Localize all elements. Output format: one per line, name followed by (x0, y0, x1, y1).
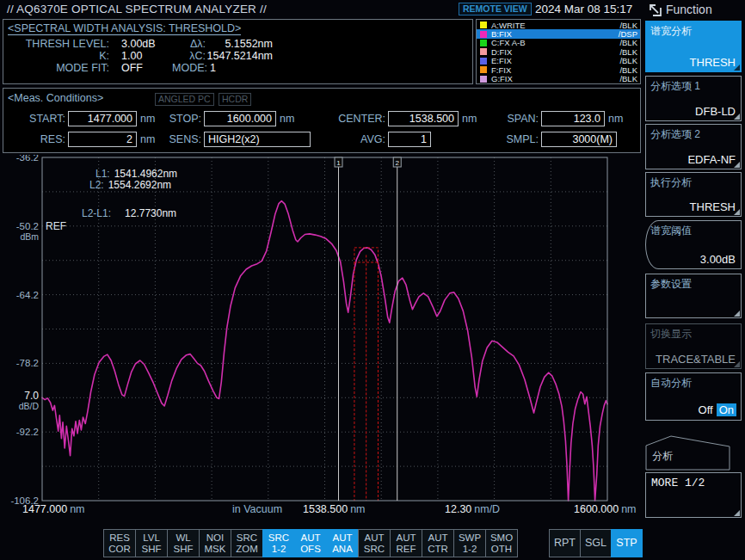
delta-lambda-value: 5.1552nm (206, 38, 273, 50)
remote-view-badge: REMOTE VIEW (459, 3, 532, 15)
y-tick-label: -36.2 (16, 155, 39, 163)
sweep-toolbar: RPT SGL STP (549, 529, 643, 557)
marker-flag-label-1: 1 (336, 159, 341, 167)
aut-ofs-button[interactable]: AUTOFS (294, 529, 327, 557)
trace-d-name: D:FIX (491, 47, 619, 57)
delta-value: 12.7730nm (125, 207, 176, 219)
trace-a-name: A:WRITE (491, 21, 619, 30)
aut-ana-button[interactable]: AUTANA (326, 529, 359, 557)
analysis-row: THRESH LEVEL: 3.00dB Δλ: 5.1552nm (8, 38, 472, 50)
ref-label: REF (46, 220, 66, 232)
stop-input[interactable]: 1600.000 (204, 111, 276, 126)
angled-pc-badge: ANGLED PC (155, 93, 214, 106)
l1-label: L1: (95, 168, 110, 180)
function-header: Function (647, 2, 712, 17)
smpl-label: SMPL: (468, 133, 539, 145)
trace-g-status: /BLK (619, 74, 637, 83)
hcdr-badge: HCDR (219, 93, 251, 106)
meas-conditions-title: <Meas. Conditions> (8, 92, 103, 104)
trace-row-d[interactable]: D:FIX /BLK (477, 47, 640, 56)
start-label: START: (7, 113, 65, 125)
trace-row-e[interactable]: E:FIX /BLK (477, 57, 640, 65)
trace-e-color-swatch (480, 58, 487, 65)
smpl-field: SMPL: 3000(M) (468, 132, 617, 147)
trace-b-status: /DSP (619, 29, 637, 39)
analysis-row: K: 1.00 λC: 1547.5214nm (8, 50, 472, 62)
trace-g-name: G:FIX (491, 74, 619, 83)
center-input[interactable]: 1538.500 (388, 111, 459, 126)
lvl-shf-button[interactable]: LVLSHF (135, 529, 168, 557)
softkey-analysis-option-2[interactable]: 分析选项 2 EDFA-NF (645, 124, 742, 169)
aut-src-button[interactable]: AUTSRC (358, 529, 391, 557)
x-axis-left-tick: 1477.000nm (22, 503, 85, 515)
marker-l2-annotation: L2:1554.2692nm (89, 179, 171, 191)
smpl-input[interactable]: 3000(M) (541, 132, 617, 147)
marker-delta-annotation: L2-L1:12.7730nm (82, 207, 176, 219)
sens-input[interactable]: HIGH2(x2) (204, 132, 311, 147)
trace-table: A:WRITE /BLK B:FIX /DSP C:FX A-B /BLK D:… (476, 19, 641, 84)
span-label: SPAN: (468, 113, 539, 125)
res-cor-button[interactable]: RESCOR (103, 529, 136, 557)
auto-analysis-on[interactable]: On (717, 403, 736, 416)
trace-d-status: /BLK (619, 47, 637, 57)
auto-analysis-toggle[interactable]: OffOn (699, 403, 736, 416)
softkey-execute-analysis[interactable]: 执行分析 THRESH (645, 172, 742, 217)
stop-sweep-button[interactable]: STP (611, 529, 643, 557)
noi-msk-button[interactable]: NOIMSK (199, 529, 231, 557)
meas-conditions-panel: <Meas. Conditions> ANGLED PC HCDR START:… (3, 88, 641, 153)
single-sweep-button[interactable]: SGL (580, 529, 612, 557)
trace-e-status: /BLK (619, 56, 637, 65)
trace-b-color-swatch (480, 31, 487, 38)
k-label: K: (8, 50, 109, 62)
avg-label: AVG: (313, 133, 385, 145)
softkey-spectral-width-analysis[interactable]: 谱宽分析 THRESH (645, 21, 742, 72)
softkey-parameter-setting[interactable]: 参数设置 (645, 274, 742, 318)
vacuum-label: in Vacuum (230, 503, 282, 515)
avg-input[interactable]: 1 (388, 132, 431, 147)
aut-ref-button[interactable]: AUTREF (390, 529, 422, 557)
src-1-2-button[interactable]: SRC1-2 (262, 529, 295, 557)
l2-label: L2: (89, 179, 104, 191)
stop-label: STOP: (124, 113, 201, 125)
softkey-auto-analysis[interactable]: 自动分析 OffOn (645, 372, 742, 421)
wl-shf-button[interactable]: WLSHF (167, 529, 200, 557)
mode-fit-value: OFF (109, 62, 172, 74)
delta-lambda-label: Δλ: (172, 38, 206, 50)
mode-value: 1 (206, 62, 273, 74)
trace-row-f[interactable]: F:FIX /BLK (477, 65, 640, 74)
swp-1-2-button[interactable]: SWP1-2 (453, 529, 486, 557)
repeat-sweep-button[interactable]: RPT (549, 529, 581, 557)
sens-label: SENS: (124, 133, 201, 145)
trace-row-c[interactable]: C:FX A-B /BLK (477, 39, 640, 47)
center-label: CENTER: (313, 113, 385, 125)
function-header-label: Function (666, 3, 712, 16)
trace-a-color-swatch (480, 22, 487, 28)
trace-b-name: B:FIX (491, 29, 619, 39)
trace-c-color-swatch (480, 40, 487, 46)
datetime-label: 2024 Mar 08 15:17 (535, 3, 632, 15)
mode-label: MODE: (172, 62, 206, 74)
softkey-switch-display: 切换显示 TRACE&TABLE (645, 323, 742, 369)
trace-row-g[interactable]: G:FIX /BLK (477, 74, 640, 83)
app-title: // AQ6370E OPTICAL SPECTRUM ANALYZER // (7, 3, 267, 15)
smo-oth-button[interactable]: SMOOTH (485, 529, 518, 557)
lambda-c-value: 1547.5214nm (206, 50, 273, 62)
softkey-analysis-option-1[interactable]: 分析选项 1 DFB-LD (645, 76, 742, 121)
trace-row-b[interactable]: B:FIX /DSP (477, 29, 640, 38)
trace-f-status: /BLK (619, 65, 637, 75)
delta-label: L2-L1: (82, 207, 111, 219)
marker-flag-label-2: 2 (396, 159, 400, 167)
trace-a-status: /BLK (619, 21, 637, 30)
y-tick-label: -78.2 (16, 358, 39, 368)
span-input[interactable]: 123.0 (541, 111, 605, 126)
avg-field: AVG: 1 (313, 132, 431, 147)
trace-row-a[interactable]: A:WRITE /BLK (477, 21, 640, 29)
y-tick-label: -92.2 (16, 427, 39, 437)
analysis-row: MODE FIT: OFF MODE: 1 (8, 62, 472, 74)
res-label: RES: (7, 133, 65, 145)
softkey-more[interactable]: MORE 1/2 (645, 472, 742, 518)
src-zom-button[interactable]: SRCZOM (231, 529, 263, 557)
aut-ctr-button[interactable]: AUTCTR (422, 529, 454, 557)
auto-analysis-off[interactable]: Off (699, 403, 713, 416)
softkey-spectral-width-threshold[interactable]: 谱宽阈值 3.00dB (645, 220, 742, 269)
